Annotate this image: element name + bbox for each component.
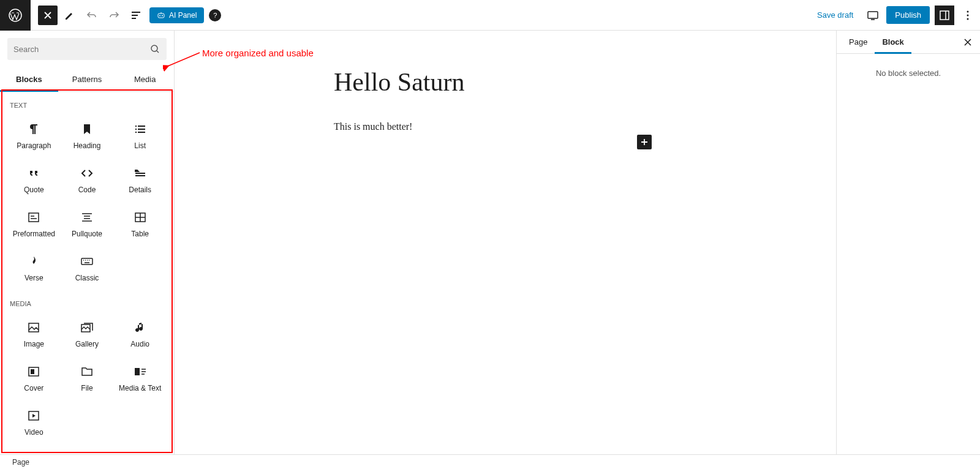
svg-rect-13: [29, 323, 39, 332]
svg-point-7: [967, 14, 969, 16]
ai-panel-label: AI Panel: [169, 11, 197, 20]
block-quote[interactable]: Quote: [7, 158, 61, 202]
svg-rect-10: [29, 213, 39, 222]
tab-blocks[interactable]: Blocks: [0, 67, 58, 91]
quote-icon: [26, 166, 41, 181]
tab-block-settings[interactable]: Block: [875, 31, 911, 53]
block-media-text[interactable]: Media & Text: [113, 356, 167, 400]
block-preformatted[interactable]: Preformatted: [7, 202, 61, 246]
svg-point-9: [151, 45, 157, 51]
block-inserter-panel: Blocks Patterns Media TEXT Paragraph Hea…: [0, 31, 175, 454]
preformatted-icon: [26, 210, 41, 225]
table-icon: [133, 210, 148, 225]
verse-icon: [26, 254, 41, 269]
list-icon: [133, 122, 148, 137]
svg-rect-17: [135, 368, 140, 375]
block-gallery[interactable]: Gallery: [61, 312, 114, 356]
document-overview-icon[interactable]: [126, 6, 146, 25]
svg-point-6: [967, 10, 969, 12]
block-search-input[interactable]: [7, 38, 167, 60]
gallery-icon: [80, 320, 94, 335]
tab-media[interactable]: Media: [116, 67, 174, 91]
media-text-icon: [133, 364, 148, 379]
preview-icon[interactable]: [863, 6, 883, 25]
tab-patterns[interactable]: Patterns: [58, 67, 116, 91]
block-list[interactable]: List: [113, 114, 167, 158]
undo-icon[interactable]: [82, 6, 102, 25]
ai-icon: [157, 11, 165, 20]
block-details[interactable]: Details: [113, 158, 167, 202]
more-menu-icon[interactable]: [958, 6, 978, 25]
category-media-label: MEDIA: [7, 290, 167, 312]
block-paragraph[interactable]: Paragraph: [7, 114, 61, 158]
settings-toggle-button[interactable]: [935, 6, 954, 25]
block-heading[interactable]: Heading: [61, 114, 114, 158]
svg-rect-12: [81, 258, 92, 265]
help-icon[interactable]: ?: [209, 9, 221, 21]
close-inserter-button[interactable]: [38, 6, 58, 25]
svg-point-8: [967, 18, 969, 20]
plus-icon: [640, 138, 649, 146]
block-classic[interactable]: Classic: [61, 246, 114, 290]
block-code[interactable]: Code: [61, 158, 114, 202]
pullquote-icon: [80, 210, 94, 225]
breadcrumb[interactable]: Page: [12, 458, 29, 467]
add-block-button[interactable]: [637, 135, 652, 149]
inserter-tabs: Blocks Patterns Media: [0, 67, 174, 92]
settings-panel: Page Block No block selected.: [836, 31, 980, 454]
video-icon: [26, 408, 41, 423]
svg-rect-5: [940, 11, 949, 20]
category-text-label: TEXT: [7, 92, 167, 114]
block-verse[interactable]: Verse: [7, 246, 61, 290]
block-image[interactable]: Image: [7, 312, 61, 356]
block-table[interactable]: Table: [113, 202, 167, 246]
keyboard-icon: [80, 254, 94, 269]
ai-panel-button[interactable]: AI Panel: [149, 7, 204, 23]
editor-canvas[interactable]: Hello Saturn This is much better!: [175, 31, 836, 454]
save-draft-button[interactable]: Save draft: [817, 10, 853, 20]
image-icon: [26, 320, 41, 335]
tab-page-settings[interactable]: Page: [842, 31, 875, 53]
folder-icon: [80, 364, 94, 379]
wordpress-logo[interactable]: [0, 0, 31, 31]
post-title[interactable]: Hello Saturn: [334, 67, 836, 97]
cover-icon: [26, 364, 41, 379]
paragraph-icon: [26, 122, 41, 137]
svg-rect-16: [31, 369, 34, 374]
svg-rect-4: [868, 12, 878, 18]
block-video[interactable]: Video: [7, 400, 61, 445]
redo-icon[interactable]: [104, 6, 124, 25]
block-file[interactable]: File: [61, 356, 114, 400]
status-bar: Page: [0, 454, 980, 469]
publish-button[interactable]: Publish: [886, 6, 930, 24]
block-cover[interactable]: Cover: [7, 356, 61, 400]
block-pullquote[interactable]: Pullquote: [61, 202, 114, 246]
edit-tool-icon[interactable]: [60, 6, 80, 25]
block-audio[interactable]: Audio: [113, 312, 167, 356]
bookmark-icon: [80, 122, 94, 137]
close-settings-icon[interactable]: [958, 32, 978, 52]
svg-point-3: [162, 15, 163, 16]
search-icon: [149, 43, 160, 54]
svg-rect-1: [158, 13, 164, 18]
details-icon: [133, 166, 148, 181]
settings-empty-message: No block selected.: [837, 54, 980, 454]
post-body[interactable]: This is much better!: [334, 121, 836, 132]
audio-icon: [133, 320, 148, 335]
top-toolbar: AI Panel ? Save draft Publish: [0, 0, 980, 31]
code-icon: [80, 166, 94, 181]
svg-point-2: [159, 15, 160, 16]
